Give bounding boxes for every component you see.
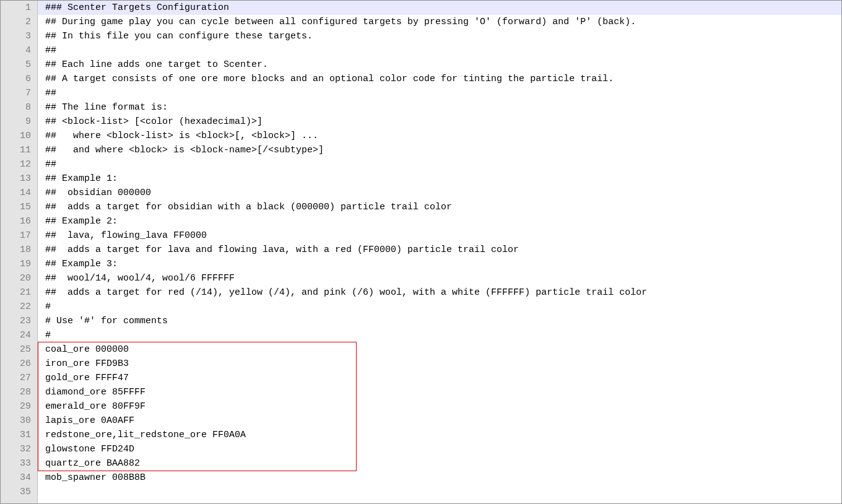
code-line[interactable]: ## where <block-list> is <block>[, <bloc…: [38, 129, 841, 143]
line-number: 13: [1, 172, 37, 186]
code-line[interactable]: ## and where <block> is <block-name>[/<s…: [38, 143, 841, 157]
code-line[interactable]: ## lava, flowing_lava FF0000: [38, 228, 841, 243]
line-number: 1: [1, 1, 37, 15]
code-line[interactable]: ## <block-list> [<color (hexadecimal)>]: [38, 115, 841, 129]
line-number: 32: [1, 442, 37, 456]
line-number: 18: [1, 243, 37, 257]
line-number: 15: [1, 200, 37, 214]
line-number: 28: [1, 385, 37, 399]
line-number: 22: [1, 300, 37, 314]
code-line[interactable]: lapis_ore 0A0AFF: [38, 414, 841, 428]
code-line[interactable]: ## During game play you can cycle betwee…: [38, 15, 841, 29]
code-line[interactable]: diamond_ore 85FFFF: [38, 385, 841, 399]
line-number: 16: [1, 214, 37, 228]
code-line[interactable]: #: [38, 300, 841, 314]
code-line[interactable]: [38, 485, 841, 499]
code-line[interactable]: ## wool/14, wool/4, wool/6 FFFFFF: [38, 271, 841, 285]
code-line[interactable]: ## obsidian 000000: [38, 186, 841, 200]
code-line[interactable]: redstone_ore,lit_redstone_ore FF0A0A: [38, 428, 841, 442]
code-line[interactable]: #: [38, 328, 841, 342]
code-line[interactable]: ## A target consists of one ore more blo…: [38, 72, 841, 86]
code-line[interactable]: iron_ore FFD9B3: [38, 357, 841, 371]
code-line[interactable]: ##: [38, 86, 841, 100]
code-line[interactable]: ### Scenter Targets Configuration: [38, 1, 841, 15]
line-number: 31: [1, 428, 37, 442]
line-number: 29: [1, 399, 37, 414]
line-number: 6: [1, 72, 37, 86]
text-editor: 1234567891011121314151617181920212223242…: [0, 0, 842, 504]
line-number: 27: [1, 371, 37, 385]
code-line[interactable]: # Use '#' for comments: [38, 314, 841, 328]
code-line[interactable]: ## Example 1:: [38, 172, 841, 186]
code-line[interactable]: glowstone FFD24D: [38, 442, 841, 456]
line-number: 3: [1, 29, 37, 43]
code-line[interactable]: gold_ore FFFF47: [38, 371, 841, 385]
code-line[interactable]: ##: [38, 157, 841, 172]
code-line[interactable]: coal_ore 000000: [38, 342, 841, 357]
line-number: 5: [1, 58, 37, 72]
code-line[interactable]: ## Each line adds one target to Scenter.: [38, 58, 841, 72]
code-line[interactable]: ## In this file you can configure these …: [38, 29, 841, 43]
code-line[interactable]: ## adds a target for lava and flowing la…: [38, 243, 841, 257]
line-number: 33: [1, 456, 37, 471]
line-number: 24: [1, 328, 37, 342]
line-number: 11: [1, 143, 37, 157]
line-number: 14: [1, 186, 37, 200]
line-number: 20: [1, 271, 37, 285]
code-line[interactable]: ## Example 2:: [38, 214, 841, 228]
line-number: 30: [1, 414, 37, 428]
code-line[interactable]: ##: [38, 43, 841, 58]
line-number: 26: [1, 357, 37, 371]
line-number-gutter: 1234567891011121314151617181920212223242…: [1, 1, 38, 503]
line-number: 34: [1, 471, 37, 485]
code-line[interactable]: ## adds a target for obsidian with a bla…: [38, 200, 841, 214]
code-line[interactable]: mob_spawner 008B8B: [38, 471, 841, 485]
code-area[interactable]: ### Scenter Targets Configuration## Duri…: [38, 1, 841, 503]
code-line[interactable]: ## adds a target for red (/14), yellow (…: [38, 285, 841, 300]
code-line[interactable]: quartz_ore BAA882: [38, 456, 841, 471]
line-number: 8: [1, 100, 37, 115]
code-line[interactable]: emerald_ore 80FF9F: [38, 399, 841, 414]
line-number: 2: [1, 15, 37, 29]
code-line[interactable]: ## The line format is:: [38, 100, 841, 115]
line-number: 21: [1, 285, 37, 300]
line-number: 12: [1, 157, 37, 172]
line-number: 10: [1, 129, 37, 143]
line-number: 35: [1, 485, 37, 499]
line-number: 7: [1, 86, 37, 100]
line-number: 17: [1, 228, 37, 243]
line-number: 19: [1, 257, 37, 271]
line-number: 23: [1, 314, 37, 328]
code-line[interactable]: ## Example 3:: [38, 257, 841, 271]
line-number: 25: [1, 342, 37, 357]
line-number: 9: [1, 115, 37, 129]
line-number: 4: [1, 43, 37, 58]
